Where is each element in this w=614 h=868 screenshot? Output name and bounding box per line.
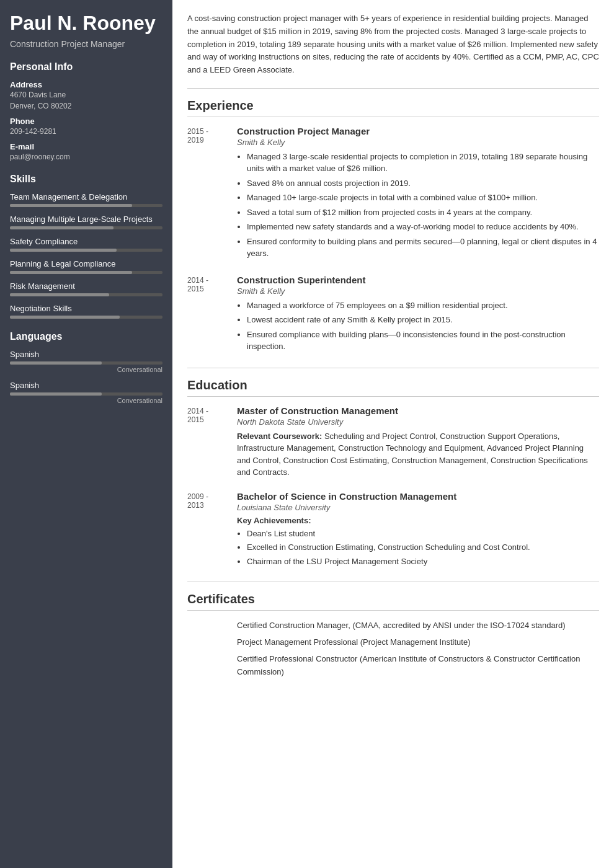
exp-bullet-0-2: Managed 10+ large-scale projects in tota… xyxy=(247,192,599,204)
lang-name-1: Spanish xyxy=(10,381,162,390)
exp-content-1: Construction Superintendent Smith & Kell… xyxy=(237,275,599,355)
cert-content: Certified Construction Manager, (CMAA, a… xyxy=(237,619,599,682)
skill-bar-fill-4 xyxy=(10,293,109,296)
coursework-label-0: Relevant Coursework: xyxy=(237,432,322,441)
lang-item-1: Spanish Conversational xyxy=(10,381,162,404)
edu-bullet-1-2: Chairman of the LSU Project Management S… xyxy=(247,556,599,568)
skill-bar-bg-0 xyxy=(10,204,162,207)
phone-value: 209-142-9281 xyxy=(10,127,162,136)
edu-content-1: Bachelor of Science in Construction Mana… xyxy=(237,491,599,570)
skill-name-0: Team Management & Delegation xyxy=(10,192,162,202)
exp-bullet-1-2: Ensured compliance with building plans—0… xyxy=(247,329,599,353)
lang-item-0: Spanish Conversational xyxy=(10,350,162,373)
skills-section: Skills Team Management & Delegation Mana… xyxy=(10,174,162,319)
skill-item-4: Risk Management xyxy=(10,281,162,296)
lang-bar-bg-1 xyxy=(10,392,162,396)
skill-bar-fill-3 xyxy=(10,271,132,274)
exp-bullets-0: Managed 3 large-scale residential projec… xyxy=(237,151,599,260)
skill-bar-fill-5 xyxy=(10,316,120,319)
exp-company-0: Smith & Kelly xyxy=(237,138,599,147)
cert-item-1: Project Management Professional (Project… xyxy=(237,636,599,649)
skill-item-3: Planning & Legal Compliance xyxy=(10,259,162,274)
edu-school-1: Louisiana State University xyxy=(237,503,599,512)
email-value: paul@rooney.com xyxy=(10,153,162,161)
education-item-0: 2014 -2015 Master of Construction Manage… xyxy=(187,405,599,479)
skill-item-1: Managing Multiple Large-Scale Projects xyxy=(10,215,162,229)
skill-name-2: Safety Compliance xyxy=(10,237,162,246)
languages-title: Languages xyxy=(10,331,162,342)
address-line1: 4670 Davis Lane xyxy=(10,91,162,99)
skill-bar-bg-2 xyxy=(10,249,162,252)
lang-bar-fill-0 xyxy=(10,361,102,365)
certificates-divider xyxy=(187,582,599,582)
sidebar-name: Paul N. Rooney xyxy=(10,12,162,34)
lang-level-0: Conversational xyxy=(10,366,162,373)
cert-item-0: Certified Construction Manager, (CMAA, a… xyxy=(237,619,599,632)
exp-bullet-1-0: Managed a workforce of 75 employees on a… xyxy=(247,299,599,312)
lang-bar-fill-1 xyxy=(10,392,102,396)
certificates-block: Certified Construction Manager, (CMAA, a… xyxy=(187,619,599,682)
edu-degree-1: Bachelor of Science in Construction Mana… xyxy=(237,491,599,502)
phone-label: Phone xyxy=(10,117,162,126)
exp-bullet-0-0: Managed 3 large-scale residential projec… xyxy=(247,151,599,175)
summary-text: A cost-saving construction project manag… xyxy=(187,12,599,77)
exp-company-1: Smith & Kelly xyxy=(237,286,599,296)
skill-bar-fill-0 xyxy=(10,204,132,207)
edu-bullet-1-0: Dean's List student xyxy=(247,528,599,540)
skill-bar-fill-1 xyxy=(10,226,113,229)
exp-bullet-0-3: Saved a total sum of $12 million from pr… xyxy=(247,206,599,219)
edu-content-0: Master of Construction Management North … xyxy=(237,405,599,479)
exp-bullet-0-4: Implemented new safety standards and a w… xyxy=(247,221,599,233)
sidebar-job-title: Construction Project Manager xyxy=(10,39,162,49)
personal-info-title: Personal Info xyxy=(10,61,162,73)
lang-name-0: Spanish xyxy=(10,350,162,359)
lang-bar-bg-0 xyxy=(10,361,162,365)
experience-item-1: 2014 -2015 Construction Superintendent S… xyxy=(187,275,599,355)
skill-item-2: Safety Compliance xyxy=(10,237,162,252)
exp-bullet-1-1: Lowest accident rate of any Smith & Kell… xyxy=(247,314,599,326)
edu-date-1: 2009 -2013 xyxy=(187,491,237,570)
edu-achievements-label-1: Key Achievements: xyxy=(237,516,599,525)
exp-date-1: 2014 -2015 xyxy=(187,275,237,355)
skill-name-1: Managing Multiple Large-Scale Projects xyxy=(10,215,162,224)
skill-name-5: Negotiation Skills xyxy=(10,304,162,313)
exp-bullet-0-1: Saved 8% on annual costs projection in 2… xyxy=(247,177,599,190)
skill-item-0: Team Management & Delegation xyxy=(10,192,162,207)
experience-item-0: 2015 -2019 Construction Project Manager … xyxy=(187,126,599,262)
cert-spacer xyxy=(187,619,237,682)
lang-level-1: Conversational xyxy=(10,397,162,404)
skill-bar-bg-1 xyxy=(10,226,162,229)
education-item-1: 2009 -2013 Bachelor of Science in Constr… xyxy=(187,491,599,570)
edu-date-0: 2014 -2015 xyxy=(187,405,237,479)
sidebar: Paul N. Rooney Construction Project Mana… xyxy=(0,0,172,868)
education-title: Education xyxy=(187,378,599,397)
edu-school-0: North Dakota State University xyxy=(237,417,599,427)
exp-bullets-1: Managed a workforce of 75 employees on a… xyxy=(237,299,599,353)
exp-content-0: Construction Project Manager Smith & Kel… xyxy=(237,126,599,262)
skill-bar-bg-5 xyxy=(10,316,162,319)
skill-bar-fill-2 xyxy=(10,249,117,252)
experience-title: Experience xyxy=(187,99,599,117)
skill-bar-bg-4 xyxy=(10,293,162,296)
exp-date-0: 2015 -2019 xyxy=(187,126,237,262)
personal-info-section: Personal Info Address 4670 Davis Lane De… xyxy=(10,61,162,161)
address-label: Address xyxy=(10,80,162,89)
main-content: A cost-saving construction project manag… xyxy=(172,0,614,868)
experience-divider xyxy=(187,88,599,89)
exp-bullet-0-5: Ensured conformity to building plans and… xyxy=(247,236,599,260)
edu-bullets-1: Dean's List student Excelled in Construc… xyxy=(237,528,599,568)
skill-name-4: Risk Management xyxy=(10,281,162,291)
skill-name-3: Planning & Legal Compliance xyxy=(10,259,162,268)
edu-degree-0: Master of Construction Management xyxy=(237,405,599,416)
edu-bullet-1-1: Excelled in Construction Estimating, Con… xyxy=(247,541,599,554)
edu-coursework-0: Relevant Coursework: Scheduling and Proj… xyxy=(237,430,599,479)
email-label: E-mail xyxy=(10,142,162,151)
certificates-title: Certificates xyxy=(187,592,599,611)
exp-job-title-1: Construction Superintendent xyxy=(237,275,599,285)
exp-job-title-0: Construction Project Manager xyxy=(237,126,599,136)
languages-section: Languages Spanish Conversational Spanish… xyxy=(10,331,162,404)
address-line2: Denver, CO 80202 xyxy=(10,102,162,110)
skill-bar-bg-3 xyxy=(10,271,162,274)
education-divider xyxy=(187,368,599,368)
cert-item-2: Certified Professional Constructor (Amer… xyxy=(237,653,599,679)
